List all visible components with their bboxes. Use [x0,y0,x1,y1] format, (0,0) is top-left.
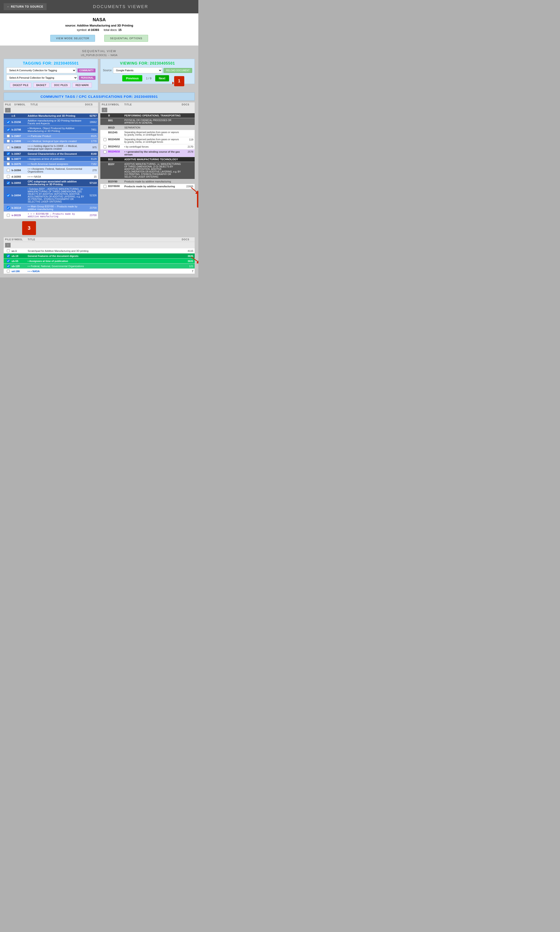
row-checkbox[interactable] [5,260,12,263]
table-row: b-16114 • • Main Group B33Y80 -- Product… [4,204,98,212]
table-row: h-15815 • • • • holding digest for b-158… [4,144,98,151]
total-value: 15 [118,28,122,32]
symbol-value: d-16393 [88,28,99,32]
title-cell: ADDITIVE MANUFACTURING, i.e. MANUFACTURI… [124,163,182,178]
source-select[interactable]: Google Patents [113,67,162,73]
total-label: total docs: [104,28,117,32]
col-docs-r: DOCS [182,103,193,106]
symbol-cell: h-15815 [12,146,28,149]
row-checkbox[interactable] [5,254,12,257]
symbol-cell: c-6 [12,114,28,117]
community-collection-select[interactable]: Select A Community Collection for Taggin… [6,67,76,73]
page-indicator: 1 / 9 [146,77,151,80]
doc-piles-button[interactable]: DOC PILES [51,83,71,88]
table-row: b-15808 • • • Medical, biological type o… [4,138,98,144]
row-checkbox[interactable] [5,157,12,160]
docs-cell: 2578 [182,151,193,153]
symbol-cell: ub-55 [12,260,28,263]
title-cell: General Characteristics of the Document [28,152,85,155]
row-checkbox[interactable] [102,138,108,141]
annotation-3-area: 3 [4,221,195,228]
docs-cell: 57110 [85,181,97,184]
community-badge: COMMUNITY [77,69,95,72]
docs-cell: 23700 [85,214,97,217]
personal-collection-select[interactable]: Select A Personal Collection for Tagging [6,75,77,81]
row-checkbox[interactable] [5,146,12,149]
annotation-3: 3 [22,221,36,235]
row-checkbox[interactable] [5,181,12,185]
right-scroll-up-button[interactable]: ↑ [102,108,107,112]
symbol-section: symbol: d-16393 [77,28,99,32]
symbol-cell: b-16093 [12,181,28,184]
row-checkbox[interactable] [5,206,12,209]
docs-cell: 121 [182,265,193,268]
row-checkbox[interactable] [5,140,12,143]
symbol-cell: b-15808 [12,140,28,143]
row-checkbox[interactable] [102,151,108,153]
row-checkbox[interactable] [5,194,12,197]
annotation-2: 2 [197,194,198,208]
source-label: source: [65,24,76,27]
return-button[interactable]: ← RETURN TO SOURCE [4,3,46,10]
row-checkbox[interactable] [5,265,12,268]
row-checkbox[interactable] [5,152,12,155]
table-row: B PERFORMING OPERATIONS; TRANSPORTING [100,113,195,118]
table-row: b-16067 General Characteristics of the D… [4,151,98,156]
title-cell: • • • • holding digest for b-15808 --> M… [28,145,85,150]
view-mode-selector-button[interactable]: VIEW MODE SELECTOR [50,35,95,42]
symbol-cell: B01D45/00 [108,138,124,141]
title-cell: • • • Medical, biological type objects c… [28,140,85,143]
title-cell: General Features of the document digests [28,255,182,257]
title-cell: • • • NASA [28,270,182,272]
row-checkbox[interactable] [102,185,108,188]
title-cell: Products made by additive manufacturing [124,180,182,183]
symbol-cell: b-15798 [12,128,28,131]
row-checkbox[interactable] [5,169,12,172]
docs-cell: 62767 [85,114,97,117]
personal-table-section: PILE SYMBOL TITLE DOCS ↑ uc-1 Scratchpad… [4,237,195,274]
title-cell: CPC subgroups associated with additive m… [28,180,85,186]
table-row: b-15798 • Workpiece, Object Produced by … [4,126,98,134]
row-checkbox[interactable] [5,162,12,165]
symbol-cell: s-16115 [12,214,28,217]
col-symbol-p: SYMBOL [12,238,28,241]
previous-button[interactable]: Previous [122,75,142,82]
title-cell: Separating dispersed particles from gase… [124,131,182,136]
row-checkbox[interactable] [5,121,12,124]
scroll-up-button[interactable]: ↑ [5,108,11,112]
top-header: ← RETURN TO SOURCE DOCUMENTS VIEWER [0,0,198,13]
table-row: uc-1 Scratchpad for Additive Manufacturi… [4,248,195,254]
symbol-cell: uc-1 [12,249,28,252]
row-checkbox[interactable] [5,134,12,137]
table-row: d-16393 • • • • NASA 15 [4,174,98,179]
docs-cell: 15 [85,175,97,178]
row-checkbox[interactable] [5,214,12,217]
row-checkbox[interactable] [102,145,108,148]
tables-layout: PILE SYMBOL TITLE DOCS ↑ c-6 Additive Ma… [4,102,195,219]
docs-cell: 270 [85,169,97,172]
red-mark-button[interactable]: RED MARK [72,83,92,88]
row-checkbox[interactable] [5,128,12,131]
symbol-cell: B33Y [108,163,124,166]
docs-cell: 6525 [85,135,97,137]
row-checkbox[interactable] [5,175,12,178]
symbol-cell: ub-120 [12,265,28,268]
source-line: source: Additive Manufacturing and 3D Pr… [4,24,195,27]
sequential-options-button[interactable]: SEQUENTIAL OPTIONS [104,35,148,42]
symbol-cell: B01D45/16 [108,151,124,153]
basket-button[interactable]: BASKET [33,83,49,88]
title-cell: ADDITIVE MANUFACTURING TECHNOLOGY [124,158,182,161]
personal-select-row: Select A Personal Collection for Tagging… [6,75,95,81]
tagging-panel: TAGGING FOR: 20230405501 Select A Commun… [4,59,98,90]
reload-document-button[interactable]: RELOAD DOCUMENT [163,68,192,73]
col-pile-p: PILE [5,238,12,241]
digest-pile-button[interactable]: DIGEST PILE [10,83,32,88]
personal-scroll-up-button[interactable]: ↑ [5,243,11,248]
next-button[interactable]: Next [155,75,169,82]
docs-cell: 7182 [85,163,97,165]
table-row: B01D45/00 Separating dispersed particles… [100,137,195,145]
row-checkbox[interactable] [5,249,12,252]
docs-cell: 2170 [182,145,193,148]
row-checkbox[interactable] [5,270,12,272]
symbol-cell: B01D45/12 [108,145,124,148]
